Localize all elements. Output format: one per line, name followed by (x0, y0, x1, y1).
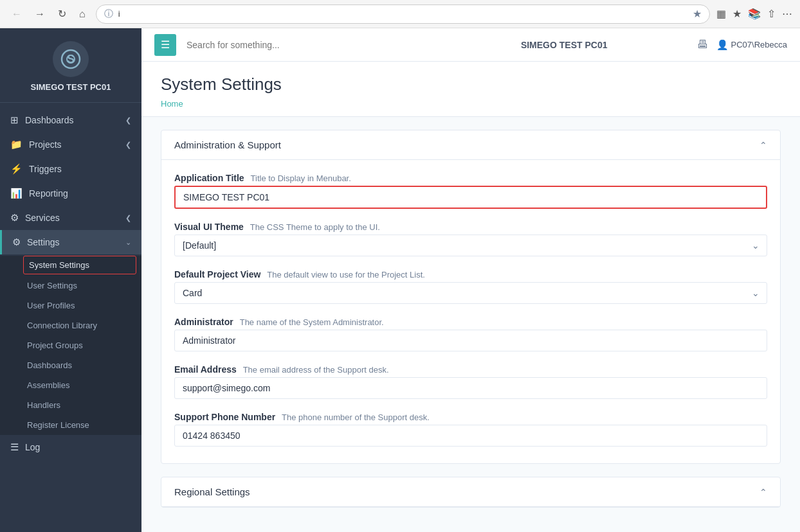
email-label: Email Address The email address of the S… (174, 364, 767, 375)
admin-section-header[interactable]: Administration & Support ⌃ (161, 130, 780, 160)
visual-theme-hint: The CSS Theme to apply to the UI. (250, 222, 380, 232)
regional-section-header[interactable]: Regional Settings ⌃ (161, 477, 780, 507)
sidebar-item-log-label: Log (25, 442, 40, 452)
sidebar-logo-title: SIMEGO TEST PC01 (31, 82, 111, 92)
default-project-view-group: Default Project View The default view to… (174, 269, 767, 304)
app-title-group: Application Title Title to Display in Me… (174, 173, 767, 209)
breadcrumb[interactable]: Home (161, 99, 183, 109)
favorites-icon[interactable]: ★ (732, 8, 741, 20)
sidebar-item-dashboards-label: Dashboards (25, 115, 74, 125)
projects-chevron-icon: ❮ (125, 141, 131, 149)
address-bar[interactable]: ⓘ ★ (96, 4, 710, 24)
sidebar-sub-project-groups[interactable]: Project Groups (0, 335, 141, 355)
topbar-title: SIMEGO TEST PC01 (442, 40, 687, 50)
email-input[interactable] (174, 377, 767, 399)
forward-button[interactable]: → (31, 7, 49, 21)
search-input[interactable] (186, 40, 432, 50)
default-project-view-hint: The default view to use for the Project … (267, 270, 425, 279)
app-title-hint: Title to Display in Menubar. (251, 173, 351, 183)
regional-section-title: Regional Settings (174, 486, 250, 497)
tab-manager-icon[interactable]: ▦ (716, 8, 726, 20)
reload-button[interactable]: ↻ (54, 6, 70, 21)
visual-theme-select[interactable]: [Default] (174, 235, 767, 256)
home-button[interactable]: ⌂ (75, 7, 89, 21)
sidebar-sub-system-settings[interactable]: System Settings (23, 256, 136, 274)
phone-group: Support Phone Number The phone number of… (174, 412, 767, 447)
app-title-label: Application Title Title to Display in Me… (174, 173, 767, 183)
phone-label: Support Phone Number The phone number of… (174, 412, 767, 422)
regional-section-chevron-icon: ⌃ (759, 487, 767, 497)
sidebar-item-projects-label: Projects (29, 139, 62, 150)
back-button[interactable]: ← (8, 7, 26, 21)
sidebar-sub-assemblies[interactable]: Assemblies (0, 375, 141, 395)
sidebar-item-services[interactable]: ⚙ Services ❮ (0, 206, 141, 230)
sidebar-sub-register-license[interactable]: Register License (0, 415, 141, 435)
browser-chrome: ← → ↻ ⌂ ⓘ ★ ▦ ★ 📚 ⇧ ⋯ (0, 0, 800, 28)
hamburger-icon: ☰ (161, 39, 170, 51)
browser-nav-buttons: ← → ↻ ⌂ (8, 6, 89, 21)
dashboards-chevron-icon: ❮ (125, 116, 131, 125)
share-icon[interactable]: ⇧ (767, 8, 776, 20)
app-title-input[interactable] (174, 186, 767, 209)
admin-section-title: Administration & Support (174, 139, 281, 150)
settings-chevron-icon: ⌄ (125, 238, 131, 247)
sidebar-sub-user-profiles[interactable]: User Profiles (0, 296, 141, 315)
address-input[interactable] (118, 9, 687, 19)
sidebar-item-triggers[interactable]: ⚡ Triggers (0, 157, 141, 181)
sidebar-item-log[interactable]: ☰ Log (0, 435, 141, 459)
sidebar-settings-submenu: System Settings User Settings User Profi… (0, 256, 141, 435)
bookmark-star-icon[interactable]: ★ (693, 8, 702, 20)
administrator-group: Administrator The name of the System Adm… (174, 317, 767, 351)
more-icon[interactable]: ⋯ (782, 8, 792, 20)
visual-theme-label: Visual UI Theme The CSS Theme to apply t… (174, 222, 767, 232)
sidebar-item-reporting[interactable]: 📊 Reporting (0, 181, 141, 206)
reading-list-icon[interactable]: 📚 (748, 8, 761, 20)
sidebar-sub-user-settings[interactable]: User Settings (0, 276, 141, 296)
email-hint: The email address of the Support desk. (243, 365, 389, 375)
admin-section: Administration & Support ⌃ Application T… (161, 130, 781, 464)
topbar-right: 🖶 👤 PC07\Rebecca (697, 38, 787, 51)
page-title: System Settings (161, 75, 781, 94)
sidebar-nav: ⊞ Dashboards ❮ 📁 Projects ❮ ⚡ Triggers (0, 103, 141, 532)
sidebar-item-reporting-label: Reporting (29, 188, 68, 199)
triggers-icon: ⚡ (10, 163, 23, 175)
menu-toggle-button[interactable]: ☰ (154, 34, 176, 56)
app-container: S SIMEGO TEST PC01 ⊞ Dashboards ❮ 📁 Proj… (0, 28, 800, 532)
sidebar-sub-handlers[interactable]: Handlers (0, 395, 141, 415)
main-content: System Settings Home Administration & Su… (141, 62, 800, 532)
services-icon: ⚙ (10, 212, 19, 224)
sidebar: S SIMEGO TEST PC01 ⊞ Dashboards ❮ 📁 Proj… (0, 28, 141, 532)
topbar: ☰ SIMEGO TEST PC01 🖶 👤 PC07\Rebecca (141, 28, 800, 62)
sidebar-item-triggers-label: Triggers (29, 164, 62, 174)
browser-toolbar-icons: ▦ ★ 📚 ⇧ ⋯ (716, 8, 792, 20)
services-chevron-icon: ❮ (125, 214, 131, 222)
topbar-user: 👤 PC07\Rebecca (716, 39, 787, 51)
reporting-icon: 📊 (10, 188, 23, 199)
phone-hint: The phone number of the Support desk. (282, 412, 430, 422)
administrator-input[interactable] (174, 330, 767, 351)
default-project-view-select[interactable]: Card (174, 282, 767, 304)
phone-input[interactable] (174, 425, 767, 447)
default-project-view-select-wrapper: Card ⌄ (174, 282, 767, 304)
log-icon: ☰ (10, 441, 19, 453)
administrator-hint: The name of the System Administrator. (240, 317, 384, 327)
sidebar-item-settings-label: Settings (27, 237, 60, 247)
sidebar-sub-dashboards[interactable]: Dashboards (0, 355, 141, 375)
settings-icon: ⚙ (12, 236, 21, 248)
sidebar-item-dashboards[interactable]: ⊞ Dashboards ❮ (0, 108, 141, 132)
info-icon: ⓘ (104, 8, 113, 20)
content-area: Administration & Support ⌃ Application T… (141, 117, 800, 532)
dashboards-icon: ⊞ (10, 114, 19, 126)
sidebar-item-projects[interactable]: 📁 Projects ❮ (0, 132, 141, 157)
administrator-label: Administrator The name of the System Adm… (174, 317, 767, 327)
visual-theme-select-wrapper: [Default] ⌄ (174, 235, 767, 256)
monitor-icon[interactable]: 🖶 (697, 38, 709, 51)
admin-section-chevron-icon: ⌃ (759, 140, 767, 150)
logo-icon: S (53, 41, 89, 77)
page-header: System Settings Home (141, 62, 800, 117)
user-icon: 👤 (716, 39, 729, 51)
sidebar-sub-connection-library[interactable]: Connection Library (0, 315, 141, 335)
sidebar-item-settings[interactable]: ⚙ Settings ⌄ (0, 230, 141, 254)
sidebar-logo: S SIMEGO TEST PC01 (0, 28, 141, 103)
default-project-view-label: Default Project View The default view to… (174, 269, 767, 279)
